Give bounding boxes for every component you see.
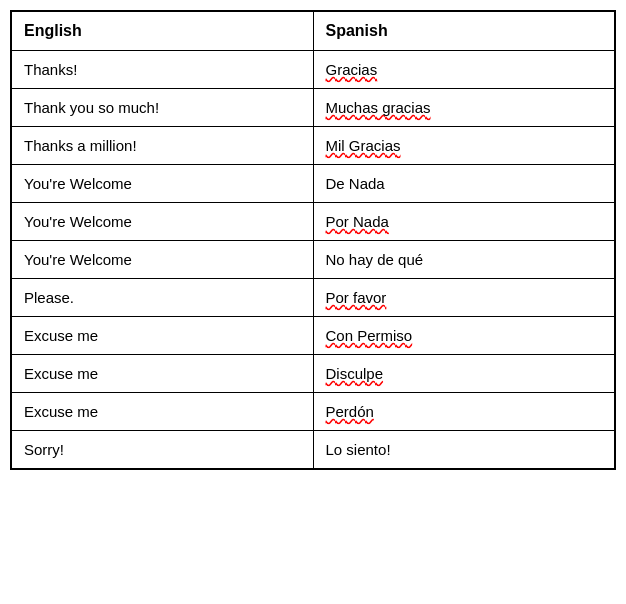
cell-spanish: Gracias: [313, 51, 615, 89]
cell-spanish: Por favor: [313, 279, 615, 317]
table-row: You're WelcomeNo hay de qué: [11, 241, 615, 279]
table-row: Thanks a million!Mil Gracias: [11, 127, 615, 165]
cell-english: Sorry!: [11, 431, 313, 470]
cell-spanish: Con Permiso: [313, 317, 615, 355]
cell-english: Thanks a million!: [11, 127, 313, 165]
cell-english: Excuse me: [11, 317, 313, 355]
table-row: You're WelcomePor Nada: [11, 203, 615, 241]
cell-spanish: No hay de qué: [313, 241, 615, 279]
cell-english: You're Welcome: [11, 165, 313, 203]
cell-spanish: Mil Gracias: [313, 127, 615, 165]
table-row: Thank you so much!Muchas gracias: [11, 89, 615, 127]
header-english: English: [11, 11, 313, 51]
table-row: Please.Por favor: [11, 279, 615, 317]
table-row: Excuse mePerdón: [11, 393, 615, 431]
cell-spanish: De Nada: [313, 165, 615, 203]
cell-english: Thanks!: [11, 51, 313, 89]
table-row: Thanks!Gracias: [11, 51, 615, 89]
cell-english: You're Welcome: [11, 203, 313, 241]
table-row: Excuse meCon Permiso: [11, 317, 615, 355]
cell-english: Thank you so much!: [11, 89, 313, 127]
cell-spanish: Disculpe: [313, 355, 615, 393]
table-row: Sorry!Lo siento!: [11, 431, 615, 470]
table-row: Excuse meDisculpe: [11, 355, 615, 393]
table-row: You're WelcomeDe Nada: [11, 165, 615, 203]
cell-english: Please.: [11, 279, 313, 317]
cell-spanish: Muchas gracias: [313, 89, 615, 127]
cell-spanish: Lo siento!: [313, 431, 615, 470]
cell-spanish: Perdón: [313, 393, 615, 431]
cell-english: You're Welcome: [11, 241, 313, 279]
header-spanish: Spanish: [313, 11, 615, 51]
cell-spanish: Por Nada: [313, 203, 615, 241]
cell-english: Excuse me: [11, 355, 313, 393]
translation-table: English Spanish Thanks!GraciasThank you …: [10, 10, 616, 470]
cell-english: Excuse me: [11, 393, 313, 431]
